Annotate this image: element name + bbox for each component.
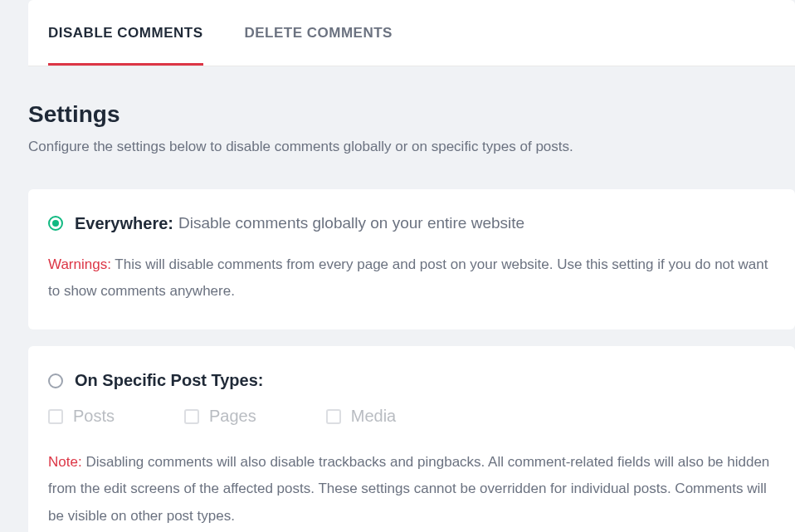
radio-everywhere[interactable] [48, 216, 63, 231]
checkbox-posts-label: Posts [73, 407, 115, 426]
checkbox-media-label: Media [351, 407, 396, 426]
warning-text: This will disable comments from every pa… [48, 256, 768, 299]
tab-delete-comments[interactable]: DELETE COMMENTS [245, 0, 393, 66]
checkbox-item-media: Media [326, 407, 396, 426]
option-specific-label: On Specific Post Types: [75, 371, 263, 390]
checkbox-posts[interactable] [48, 409, 63, 424]
note-text: Disabling comments will also disable tra… [48, 454, 769, 524]
option-specific-header: On Specific Post Types: [48, 371, 775, 390]
option-specific-card: On Specific Post Types: Posts Pages Medi… [28, 346, 795, 532]
option-everywhere-desc: Disable comments globally on your entire… [178, 214, 524, 232]
option-everywhere-header: Everywhere: Disable comments globally on… [48, 214, 775, 233]
checkbox-item-posts: Posts [48, 407, 115, 426]
option-everywhere-warning: Warnings: This will disable comments fro… [48, 251, 775, 305]
radio-specific[interactable] [48, 373, 63, 388]
settings-header: Settings Configure the settings below to… [28, 95, 795, 173]
checkbox-pages[interactable] [184, 409, 199, 424]
warning-label: Warnings: [48, 256, 111, 272]
tab-disable-comments[interactable]: DISABLE COMMENTS [48, 0, 203, 66]
option-everywhere-card: Everywhere: Disable comments globally on… [28, 189, 795, 330]
note-label: Note: [48, 454, 82, 470]
settings-description: Configure the settings below to disable … [28, 136, 795, 158]
option-specific-note: Note: Disabling comments will also disab… [48, 449, 775, 530]
tabs-container: DISABLE COMMENTS DELETE COMMENTS [28, 0, 795, 66]
option-everywhere-label: Everywhere: [75, 214, 173, 233]
tabs-row: DISABLE COMMENTS DELETE COMMENTS [28, 0, 795, 66]
checkbox-row: Posts Pages Media [48, 407, 775, 426]
checkbox-item-pages: Pages [184, 407, 256, 426]
checkbox-pages-label: Pages [209, 407, 256, 426]
settings-title: Settings [28, 101, 795, 128]
checkbox-media[interactable] [326, 409, 341, 424]
